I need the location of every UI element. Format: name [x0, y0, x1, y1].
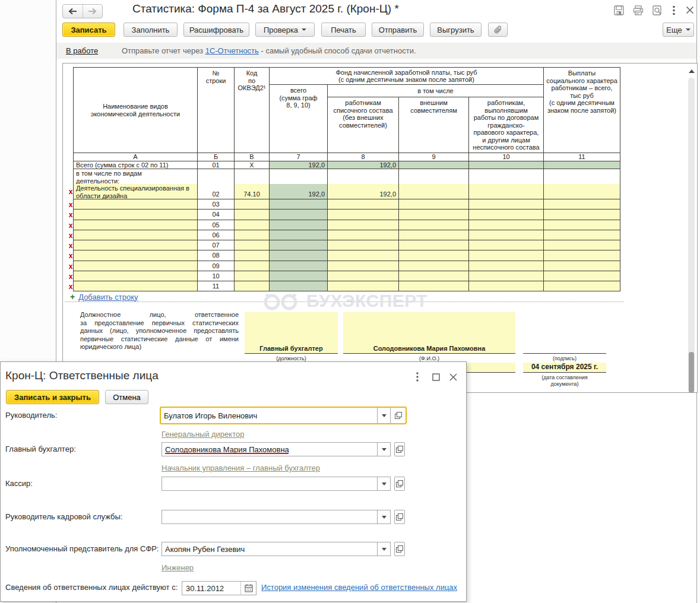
cell-okved-06[interactable] — [235, 230, 270, 240]
cell-okved-11[interactable] — [235, 281, 270, 291]
preview-icon[interactable] — [653, 5, 662, 15]
cell-okved-03[interactable] — [235, 199, 270, 210]
cell-v10-11[interactable] — [469, 281, 544, 291]
kebab-menu-icon[interactable] — [671, 5, 677, 15]
add-row[interactable]: +Добавить строку — [70, 291, 201, 302]
dialog-close-icon[interactable] — [448, 372, 458, 382]
history-link[interactable]: История изменения сведений об ответствен… — [261, 583, 457, 592]
cell-v10-09[interactable] — [469, 261, 544, 271]
field-value-3[interactable] — [162, 510, 377, 523]
decode-button[interactable]: Расшифровать — [183, 23, 249, 37]
dialog-kebab-menu-icon[interactable] — [413, 372, 422, 382]
cell-v7-10[interactable] — [270, 271, 328, 281]
delete-row-icon[interactable]: x — [67, 281, 74, 291]
print-button[interactable]: Печать — [321, 23, 366, 37]
cell-v7-06[interactable] — [270, 230, 328, 240]
cell-v11-10[interactable] — [544, 271, 620, 281]
field-dropdown-0[interactable] — [377, 408, 390, 423]
cell-v11-03[interactable] — [544, 199, 620, 210]
cell-v10-07[interactable] — [469, 240, 544, 250]
back-button[interactable] — [63, 5, 83, 18]
cancel-button[interactable]: Отмена — [105, 390, 148, 404]
field-position-link-1[interactable]: Начальник управления – главный бухгалтер — [161, 464, 320, 472]
cell-v8-01[interactable]: 192,0 — [328, 161, 399, 169]
cell-okved-04[interactable] — [235, 210, 270, 220]
scrollbar-thumb[interactable] — [689, 352, 694, 393]
more-button[interactable]: Еще — [663, 23, 694, 37]
attach-button[interactable] — [488, 23, 508, 37]
cell-v7-09[interactable] — [270, 261, 328, 271]
field-open-button-0[interactable] — [390, 408, 406, 423]
cell-name-08[interactable] — [74, 250, 198, 261]
cell-name-11[interactable] — [74, 281, 198, 291]
cell-v7-03[interactable] — [270, 199, 328, 210]
report-service-link[interactable]: 1С-Отчетность — [205, 46, 259, 55]
cell-v8-09[interactable] — [328, 261, 399, 271]
cell-v9-05[interactable] — [399, 220, 469, 230]
cell-v11-08[interactable] — [544, 250, 620, 261]
check-button[interactable]: Проверка — [255, 23, 315, 37]
cell-okved-05[interactable] — [235, 220, 270, 230]
cell-name-07[interactable] — [74, 240, 198, 250]
field-open-button-3[interactable] — [394, 510, 405, 524]
field-position-link-4[interactable]: Инженер — [161, 563, 194, 572]
cell-v8-04[interactable] — [328, 210, 399, 220]
delete-row-icon[interactable]: x — [67, 184, 74, 199]
cell-v8-03[interactable] — [328, 199, 399, 210]
cell-v7-07[interactable] — [270, 240, 328, 250]
cell-v9-11[interactable] — [399, 281, 469, 291]
field-dropdown-2[interactable] — [377, 477, 390, 490]
cell-v9-10[interactable] — [399, 271, 469, 281]
field-open-button-1[interactable] — [394, 442, 405, 456]
delete-row-icon[interactable]: x — [67, 199, 74, 210]
cell-v10-04[interactable] — [469, 210, 544, 220]
cell-v8-11[interactable] — [328, 281, 399, 291]
field-value-4[interactable]: Акопян Рубен Гезевич — [162, 542, 377, 556]
cell-v10-05[interactable] — [469, 220, 544, 230]
cell-v11-07[interactable] — [544, 240, 620, 250]
cell-v8-06[interactable] — [328, 230, 399, 240]
cell-v8-08[interactable] — [328, 250, 399, 261]
field-dropdown-4[interactable] — [377, 542, 390, 556]
status-link[interactable]: В работе — [66, 46, 98, 55]
field-open-button-4[interactable] — [394, 542, 405, 556]
send-button[interactable]: Отправить — [372, 23, 424, 37]
delete-row-icon[interactable]: x — [67, 271, 74, 281]
cell-v9-09[interactable] — [399, 261, 469, 271]
cell-name-10[interactable] — [74, 271, 198, 281]
cell-v9-07[interactable] — [399, 240, 469, 250]
field-dropdown-3[interactable] — [377, 510, 390, 523]
cell-v11-02[interactable] — [544, 184, 620, 199]
cell-okved-02[interactable]: 74.10 — [235, 184, 270, 199]
delete-row-icon[interactable]: x — [67, 220, 74, 230]
delete-row-icon[interactable]: x — [67, 240, 74, 250]
cell-v7-04[interactable] — [270, 210, 328, 220]
delete-row-icon[interactable]: x — [67, 250, 74, 261]
cell-v7-08[interactable] — [270, 250, 328, 261]
save-close-button[interactable]: Записать и закрыть — [6, 390, 99, 404]
cell-v9-06[interactable] — [399, 230, 469, 240]
field-position-link-0[interactable]: Генеральный директор — [161, 430, 244, 439]
cell-v10-02[interactable] — [469, 184, 544, 199]
cell-v11-11[interactable] — [544, 281, 620, 291]
delete-row-icon[interactable]: x — [67, 210, 74, 220]
cell-name-06[interactable] — [74, 230, 198, 240]
cell-v10-08[interactable] — [469, 250, 544, 261]
cell-v7-01[interactable]: 192,0 — [270, 161, 328, 169]
delete-row-icon[interactable]: x — [67, 230, 74, 240]
cell-v8-02[interactable]: 192,0 — [328, 184, 399, 199]
cell-v11-05[interactable] — [544, 220, 620, 230]
cell-name-03[interactable] — [74, 199, 198, 210]
cell-okved-08[interactable] — [235, 250, 270, 261]
cell-v9-02[interactable] — [399, 184, 469, 199]
cell-okved-07[interactable] — [235, 240, 270, 250]
cell-name-02[interactable]: Деятельность специализированная в област… — [74, 184, 198, 199]
cell-v7-05[interactable] — [270, 220, 328, 230]
cell-v10-10[interactable] — [469, 271, 544, 281]
cell-v11-09[interactable] — [544, 261, 620, 271]
cell-v10-03[interactable] — [469, 199, 544, 210]
fill-button[interactable]: Заполнить — [123, 23, 178, 37]
delete-row-icon[interactable]: x — [67, 261, 74, 271]
dialog-maximize-icon[interactable] — [431, 372, 441, 382]
export-button[interactable]: Выгрузить — [430, 23, 482, 37]
